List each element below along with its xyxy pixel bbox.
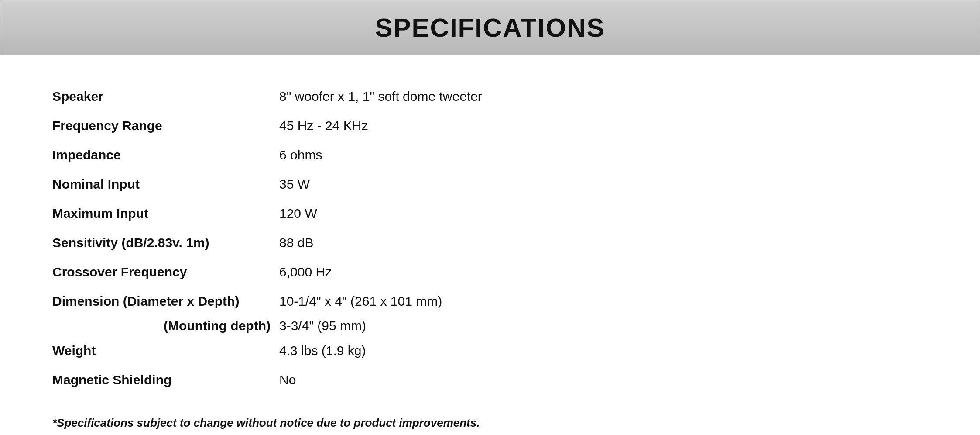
spec-value: 88 dB <box>279 234 928 251</box>
spec-row: Maximum Input120 W <box>52 199 928 228</box>
spec-row: Impedance6 ohms <box>52 140 928 169</box>
spec-value: No <box>279 371 928 388</box>
spec-label: Magnetic Shielding <box>52 371 279 388</box>
spec-value: 6 ohms <box>279 146 928 163</box>
spec-label: Impedance <box>52 146 279 163</box>
spec-row: Weight4.3 lbs (1.9 kg) <box>52 336 928 365</box>
spec-row: Frequency Range45 Hz - 24 KHz <box>52 111 928 140</box>
spec-row: Dimension (Diameter x Depth)10-1/4" x 4"… <box>52 287 928 316</box>
spec-row: Magnetic ShieldingNo <box>52 365 928 394</box>
spec-value: 4.3 lbs (1.9 kg) <box>279 342 928 359</box>
spec-label: Crossover Frequency <box>52 263 279 280</box>
page-container: SPECIFICATIONS Speaker8" woofer x 1, 1" … <box>0 0 980 435</box>
spec-value: 6,000 Hz <box>279 263 928 280</box>
page-title: SPECIFICATIONS <box>375 13 605 42</box>
spec-value: 35 W <box>279 176 928 193</box>
spec-value: 10-1/4" x 4" (261 x 101 mm) <box>279 293 928 310</box>
spec-row: Sensitivity (dB/2.83v. 1m)88 dB <box>52 228 928 257</box>
spec-row: Crossover Frequency6,000 Hz <box>52 257 928 287</box>
spec-label: Nominal Input <box>52 176 279 193</box>
spec-value: 45 Hz - 24 KHz <box>279 117 928 134</box>
header-bar: SPECIFICATIONS <box>0 0 980 55</box>
spec-label: Speaker <box>52 88 279 105</box>
spec-label: Sensitivity (dB/2.83v. 1m) <box>52 234 279 251</box>
spec-label: Frequency Range <box>52 117 279 134</box>
spec-value: 120 W <box>279 205 928 222</box>
specs-table: Speaker8" woofer x 1, 1" soft dome tweet… <box>0 82 980 394</box>
spec-row: Speaker8" woofer x 1, 1" soft dome tweet… <box>52 82 928 111</box>
spec-label: Maximum Input <box>52 205 279 222</box>
spec-value-indent: 3-3/4" (95 mm) <box>279 318 928 333</box>
spec-label: Dimension (Diameter x Depth) <box>52 293 279 310</box>
spec-label: Weight <box>52 342 279 359</box>
spec-row: Nominal Input35 W <box>52 169 928 199</box>
spec-row-indent: (Mounting depth)3-3/4" (95 mm) <box>52 316 928 336</box>
footnote: *Specifications subject to change withou… <box>0 416 980 430</box>
spec-value: 8" woofer x 1, 1" soft dome tweeter <box>279 88 928 105</box>
spec-label-indent: (Mounting depth) <box>52 318 279 333</box>
